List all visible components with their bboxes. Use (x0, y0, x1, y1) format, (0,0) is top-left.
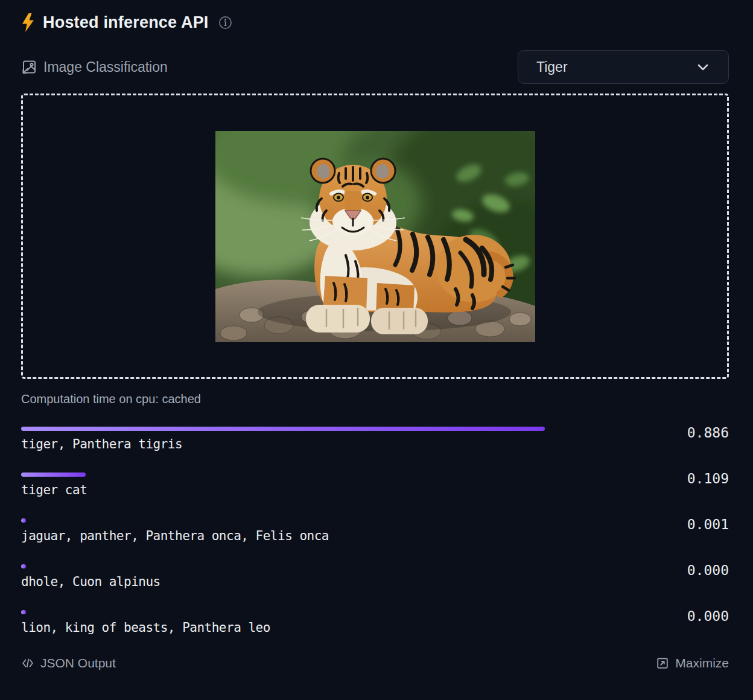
image-dropzone[interactable] (21, 94, 729, 379)
task-row: Image Classification Tiger (21, 50, 729, 84)
example-dropdown-value: Tiger (536, 59, 568, 75)
result-row: 0.000 dhole, Cuon alpinus (21, 564, 729, 597)
info-circle-icon[interactable] (218, 16, 232, 30)
inference-widget: Hosted inference API Image Classificatio… (0, 0, 753, 670)
json-output-label: JSON Output (40, 656, 116, 670)
chevron-down-icon (696, 60, 710, 74)
score-value: 0.001 (687, 517, 729, 532)
score-bar (21, 564, 26, 568)
result-label: dhole, Cuon alpinus (21, 574, 729, 589)
result-label: jaguar, panther, Panthera onca, Felis on… (21, 529, 729, 543)
maximize-label: Maximize (675, 656, 729, 670)
example-dropdown[interactable]: Tiger (518, 50, 729, 84)
score-value: 0.886 (687, 425, 729, 441)
task-label: Image Classification (43, 59, 168, 75)
result-row: 0.109 tiger cat (21, 472, 729, 505)
classification-results: 0.886 tiger, Panthera tigris 0.109 tiger… (21, 427, 729, 643)
image-classification-icon (21, 59, 37, 75)
score-value: 0.000 (687, 608, 729, 624)
score-value: 0.109 (687, 471, 729, 486)
tiger-image (215, 131, 535, 342)
result-row: 0.000 lion, king of beasts, Panthera leo (21, 610, 729, 643)
code-brackets-icon (21, 657, 34, 670)
score-bar (21, 518, 26, 523)
score-bar (21, 427, 545, 431)
lightning-bolt-icon (21, 13, 35, 32)
score-bar (21, 610, 26, 614)
widget-header: Hosted inference API (21, 13, 729, 32)
score-bar (21, 472, 86, 477)
score-value: 0.000 (687, 562, 729, 578)
result-label: tiger, Panthera tigris (21, 437, 729, 451)
result-row: 0.886 tiger, Panthera tigris (21, 427, 729, 459)
result-label: tiger cat (21, 483, 729, 497)
maximize-button[interactable]: Maximize (656, 656, 729, 670)
task-info: Image Classification (21, 59, 168, 75)
result-row: 0.001 jaguar, panther, Panthera onca, Fe… (21, 518, 729, 551)
json-output-button[interactable]: JSON Output (21, 656, 116, 670)
computation-time: Computation time on cpu: cached (21, 392, 729, 406)
expand-icon (656, 657, 669, 670)
widget-footer: JSON Output Maximize (21, 656, 729, 670)
page-title: Hosted inference API (43, 13, 209, 32)
result-label: lion, king of beasts, Panthera leo (21, 620, 729, 635)
